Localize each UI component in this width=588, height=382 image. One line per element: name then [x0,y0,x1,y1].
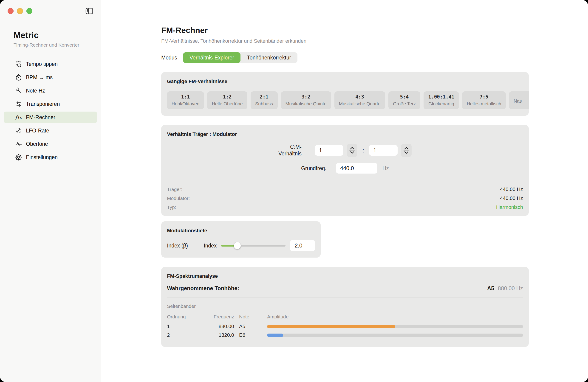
base-frequency-unit: Hz [382,165,389,171]
chip-ratio: 1:2 [223,94,231,100]
cm-ratio-row: C:M- Verhältnis : [167,144,523,157]
sidebands-table: Ordnung Frequenz Note Amplitude 1 880.00… [167,314,523,340]
chip-label: Nas [514,99,522,104]
ratio-card: Verhältnis Träger : Modulator C:M- Verhä… [161,125,529,216]
app-window: Metric Timing-Rechner und Konverter Temp… [0,0,588,382]
chip-ratio: 1.00:1.41 [428,94,454,100]
gear-icon [15,153,22,161]
perceived-pitch-label: Wahrgenommene Tonhöhe: [167,285,239,292]
sidebands-label: Seitenbänder [167,303,523,309]
ratio-chip[interactable]: 1.00:1.41 Glockenartig [423,91,459,109]
pitch-frequency: 880.00 Hz [498,285,523,291]
chip-label: Hohl/Oktaven [171,101,199,106]
sidebar: Metric Timing-Rechner und Konverter Temp… [0,0,101,382]
sidebar-item-label: Transponieren [26,101,60,107]
sideband-frequency: 1320.0 [211,331,234,340]
modulator-input[interactable] [369,145,398,156]
amplitude-bar-fill [267,334,283,337]
ratio-chip[interactable]: 7:5 Helles metallisch [462,91,506,109]
ratio-chip[interactable]: 2:1 Subbass [251,91,278,109]
carrier-input[interactable] [315,145,343,156]
cm-ratio-label: C:M- Verhältnis [278,144,302,157]
sidebar-item-label: Tempo tippen [26,61,58,67]
lfo-dial-icon [15,127,22,135]
modulation-depth-title: Modulationstiefe [167,228,315,234]
chip-label: Subbass [255,101,273,106]
type-value: Harmonisch [496,204,523,210]
sideband-note: E6 [239,331,262,340]
common-ratios-title: Gängige FM-Verhältnisse [167,79,529,84]
app-title: Metric [14,31,101,40]
stepper-down-icon[interactable] [403,151,409,154]
sidebar-item-lfo-dial[interactable]: LFO-Rate [4,125,97,136]
mode-row: Modus Verhältnis-Explorer Tonhöhenkorrek… [161,52,529,63]
perceived-pitch-row: Wahrgenommene Tonhöhe: A5880.00 Hz [167,285,523,292]
sidebar-item-transpose-arrows[interactable]: Transponieren [4,98,97,110]
zoom-button[interactable] [26,8,32,14]
ratio-card-title: Verhältnis Träger : Modulator [167,131,523,137]
column-header-note: Note [239,314,262,322]
result-row-modulator: Modulator: 440.00 Hz [167,195,523,201]
amplitude-bar-track [267,334,523,337]
ratio-chip[interactable]: 4:3 Musikalische Quarte [335,91,385,109]
index-beta-label: Index (β) [167,243,204,249]
ratio-separator: : [362,147,364,154]
sidebar-header: Metric Timing-Rechner und Konverter [14,31,101,48]
sidebar-item-hand-tap[interactable]: Tempo tippen [4,58,97,70]
chip-label: Musikalische Quinte [286,101,327,106]
result-row-carrier: Träger: 440.00 Hz [167,186,523,192]
stepper-up-icon[interactable] [403,146,409,150]
screen: Metric Timing-Rechner und Konverter Temp… [0,0,588,382]
sideband-frequency: 880.00 [211,322,234,331]
ratio-chip[interactable]: 1:2 Helle Obertöne [207,91,247,109]
sidebar-item-label: BPM → ms [26,74,53,80]
index-value-input[interactable] [290,240,315,251]
ratio-chip[interactable]: 1:1 Hohl/Oktaven [167,91,204,109]
ratio-chip[interactable]: 3:2 Musikalische Quinte [281,91,331,109]
chip-ratio: 4:3 [355,94,364,100]
chip-ratio: 3:2 [302,94,310,100]
sidebar-item-function[interactable]: FM-Rechner [4,112,97,123]
tab-tonhoehenkorrektur[interactable]: Tonhöhenkorrektur [240,52,297,63]
divider [167,298,523,298]
tab-verhaeltnis-explorer[interactable]: Verhältnis-Explorer [183,52,240,63]
base-frequency-label: Grundfreq. [301,165,326,171]
sidebar-item-tuning-fork[interactable]: Note Hz [4,85,97,96]
sidebar-item-timer[interactable]: BPM → ms [4,72,97,83]
index-label: Index [204,243,221,249]
divider [167,181,523,181]
ratio-chip-row: 1:1 Hohl/Oktaven 1:2 Helle Obertöne 2:1 … [167,91,529,109]
mode-segmented-control: Verhältnis-Explorer Tonhöhenkorrektur [183,52,297,63]
result-row-type: Typ: Harmonisch [167,204,523,210]
base-frequency-input[interactable] [336,163,377,174]
sidebar-item-gear[interactable]: Einstellungen [4,152,97,163]
app-subtitle: Timing-Rechner und Konverter [14,42,101,48]
hand-tap-icon [15,60,22,68]
sidebar-toggle-button[interactable] [84,6,95,16]
spectrum-title: FM-Spektrumanalyse [167,273,523,279]
close-button[interactable] [8,8,14,14]
stepper-up-icon[interactable] [349,146,355,150]
stepper-down-icon[interactable] [349,151,355,154]
minimize-button[interactable] [17,8,23,14]
page-title: FM-Rechner [161,26,529,35]
main-area: FM-Rechner FM-Verhältnisse, Tonhöhenkorr… [101,0,588,382]
chip-label: Große Terz [393,101,416,106]
sideband-order: 1 [167,322,206,331]
modulation-depth-card: Modulationstiefe Index (β) Index [161,221,321,258]
ratio-chip[interactable]: 5:4 Große Terz [388,91,420,109]
sidebar-nav: Tempo tippen BPM → ms Note Hz Transponie… [0,58,101,163]
index-slider[interactable] [221,242,286,249]
ratio-results: Träger: 440.00 Hz Modulator: 440.00 Hz T… [167,186,523,210]
slider-thumb[interactable] [234,242,241,249]
amplitude-bar-fill [267,325,395,328]
chip-label: Helle Obertöne [212,101,243,106]
tuning-fork-icon [15,87,22,95]
function-icon [15,113,22,121]
sidebar-item-waveform[interactable]: Obertöne [4,138,97,150]
ratio-chip[interactable]: Nas [509,91,529,109]
modulator-stepper[interactable] [401,144,412,157]
carrier-stepper[interactable] [347,144,357,157]
mode-label: Modus [161,55,177,61]
sidebar-item-label: Obertöne [26,141,48,147]
